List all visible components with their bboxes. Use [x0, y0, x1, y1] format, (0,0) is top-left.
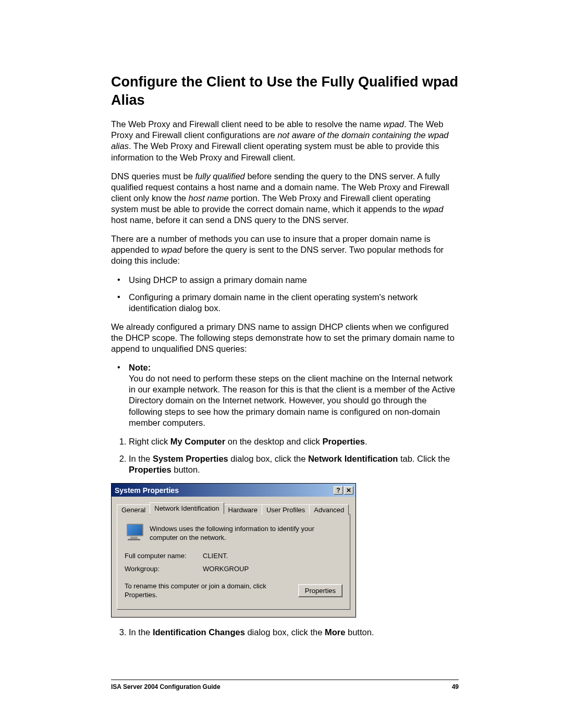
list-item: Using DHCP to assign a primary domain na…	[111, 275, 459, 286]
document-page: Configure the Client to Use the Fully Qu…	[0, 0, 563, 722]
ordered-steps: Right click My Computer on the desktop a…	[111, 436, 459, 475]
text: . The Web Proxy and Firewall client oper…	[111, 141, 439, 162]
text: on the desktop and click	[225, 437, 322, 446]
text: DNS queries must be	[111, 171, 195, 181]
note-item: Note: You do not need to perform these s…	[111, 362, 459, 428]
text-italic: wpad	[161, 245, 181, 254]
field-label: Workgroup:	[125, 565, 203, 573]
footer-left: ISA Server 2004 Configuration Guide	[111, 683, 221, 690]
help-icon[interactable]: ?	[334, 486, 343, 495]
text: .	[365, 437, 368, 446]
ordered-steps-continued: In the Identification Changes dialog box…	[111, 627, 459, 638]
note-list: Note: You do not need to perform these s…	[111, 362, 459, 428]
step-1: Right click My Computer on the desktop a…	[129, 436, 459, 447]
computer-icon	[125, 524, 143, 540]
info-text: Windows uses the following information t…	[150, 524, 342, 542]
paragraph-4: We already configured a primary DNS name…	[111, 322, 459, 354]
step-2: In the System Properties dialog box, cli…	[129, 453, 459, 475]
system-properties-dialog: System Properties ? ✕ General Network Id…	[111, 483, 356, 618]
paragraph-1: The Web Proxy and Firewall client need t…	[111, 119, 459, 163]
footer-page-number: 49	[452, 683, 459, 690]
field-value: WORKGROUP	[203, 565, 249, 573]
note-label: Note:	[129, 363, 151, 372]
text: dialog box, click the	[245, 627, 325, 637]
text: dialog box, click the	[228, 454, 308, 463]
tab-content: Windows uses the following information t…	[117, 514, 350, 610]
tabs: General Network Identification Hardware …	[117, 502, 350, 514]
info-row: Windows uses the following information t…	[125, 524, 342, 542]
tab-user-profiles[interactable]: User Profiles	[262, 504, 310, 515]
note-body: You do not need to perform these steps o…	[129, 374, 455, 427]
text-italic: wpad	[423, 204, 443, 214]
dialog-body: General Network Identification Hardware …	[112, 497, 356, 617]
properties-button[interactable]: Properties	[298, 584, 342, 597]
page-footer: ISA Server 2004 Configuration Guide 49	[111, 680, 459, 690]
rename-text: To rename this computer or join a domain…	[125, 582, 293, 600]
text: tab. Click the	[398, 454, 450, 463]
text: In the	[129, 627, 153, 637]
tab-general[interactable]: General	[117, 504, 150, 515]
paragraph-2: DNS queries must be fully qualified befo…	[111, 171, 459, 226]
field-value: CLIENT.	[203, 552, 228, 560]
text-bold: Identification Changes	[153, 627, 245, 637]
bullet-list: Using DHCP to assign a primary domain na…	[111, 275, 459, 314]
text-bold: More	[325, 627, 345, 637]
list-item: Configuring a primary domain name in the…	[111, 292, 459, 314]
text-italic: host name	[189, 193, 229, 203]
text-bold: My Computer	[170, 437, 225, 446]
dialog-title: System Properties	[115, 486, 179, 495]
step-3: In the Identification Changes dialog box…	[129, 627, 459, 638]
text-bold: Network Identification	[308, 454, 398, 463]
titlebar-buttons: ? ✕	[334, 486, 353, 495]
text: The Web Proxy and Firewall client need t…	[111, 119, 383, 129]
paragraph-3: There are a number of methods you can us…	[111, 233, 459, 266]
field-label: Full computer name:	[125, 552, 203, 560]
text: host name, before it can send a DNS quer…	[111, 215, 349, 225]
text-bold: Properties	[129, 465, 172, 474]
field-full-computer-name: Full computer name: CLIENT.	[125, 552, 342, 560]
text-italic: fully qualified	[195, 171, 244, 181]
text: Right click	[129, 437, 170, 446]
dialog-titlebar: System Properties ? ✕	[112, 484, 356, 497]
tab-network-identification[interactable]: Network Identification	[150, 502, 224, 514]
action-row: To rename this computer or join a domain…	[125, 582, 342, 600]
tab-advanced[interactable]: Advanced	[309, 504, 349, 515]
text: button.	[345, 627, 374, 637]
text-bold: System Properties	[153, 454, 228, 463]
close-icon[interactable]: ✕	[344, 486, 353, 495]
text-bold: Properties	[322, 437, 365, 446]
text-italic: wpad	[383, 119, 403, 129]
text: In the	[129, 454, 153, 463]
page-heading: Configure the Client to Use the Fully Qu…	[111, 73, 459, 109]
tab-hardware[interactable]: Hardware	[224, 504, 262, 515]
field-workgroup: Workgroup: WORKGROUP	[125, 565, 342, 573]
text: button.	[172, 465, 200, 474]
